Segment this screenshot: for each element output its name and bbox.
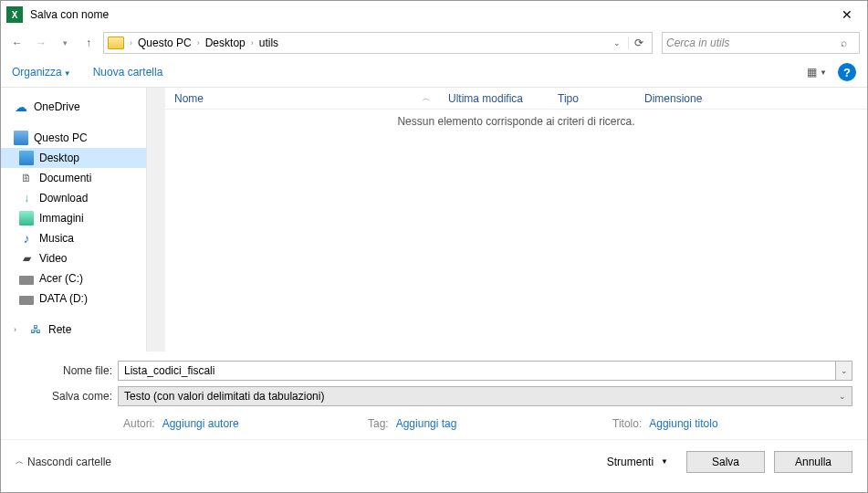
sidebar-item-label: Musica	[39, 232, 74, 245]
hide-folders-button[interactable]: ︿ Nascondi cartelle	[16, 456, 111, 468]
path-separator-icon: ›	[249, 38, 256, 47]
column-size[interactable]: Dimensione	[635, 92, 727, 105]
view-icon: ▦	[807, 66, 816, 79]
column-type[interactable]: Tipo	[549, 92, 635, 105]
download-icon	[19, 191, 34, 205]
sidebar-item-video[interactable]: Video	[1, 248, 146, 268]
search-box[interactable]: ⌕	[662, 32, 860, 54]
view-options-button[interactable]: ▦ ▼	[807, 66, 827, 79]
chevron-right-icon[interactable]: ›	[14, 325, 23, 334]
tag-label: Tag:	[368, 417, 389, 430]
tools-label: Strumenti	[607, 456, 654, 468]
sidebar-item-label: Acer (C:)	[39, 272, 83, 285]
tools-menu[interactable]: Strumenti ▼	[607, 456, 668, 468]
sidebar-item-drive-c[interactable]: Acer (C:)	[1, 268, 146, 288]
sidebar-item-label: DATA (D:)	[39, 292, 88, 305]
sidebar-item-network[interactable]: › Rete	[1, 320, 146, 340]
sidebar-item-documents[interactable]: Documenti	[1, 168, 146, 188]
column-label: Nome	[174, 92, 204, 105]
filename-input[interactable]	[118, 361, 836, 381]
path-separator-icon: ›	[195, 38, 202, 47]
column-name[interactable]: Nome ︿	[165, 92, 439, 105]
breadcrumb-segment[interactable]: utils	[256, 33, 282, 53]
filename-label: Nome file:	[16, 364, 118, 377]
path-separator-icon: ›	[128, 38, 134, 47]
sidebar-item-thispc[interactable]: Questo PC	[1, 128, 146, 148]
breadcrumb-segment[interactable]: Questo PC	[134, 33, 195, 53]
nav-recent-dropdown[interactable]: ▾	[56, 34, 74, 52]
sidebar-item-desktop[interactable]: Desktop	[1, 148, 146, 168]
sidebar-item-onedrive[interactable]: OneDrive	[1, 97, 146, 117]
folder-icon	[108, 37, 124, 49]
savetype-label: Salva come:	[16, 390, 118, 403]
breadcrumb-segment[interactable]: Desktop	[202, 33, 249, 53]
sidebar-item-label: Video	[39, 252, 67, 265]
metadata-row: Autori: Aggiungi autore Tag: Aggiungi ta…	[16, 412, 852, 439]
filename-history-dropdown[interactable]: ⌄	[836, 361, 852, 381]
tag-field[interactable]: Aggiungi tag	[396, 417, 457, 430]
chevron-down-icon: ▼	[820, 68, 827, 77]
sidebar-item-download[interactable]: Download	[1, 188, 146, 208]
desktop-icon	[19, 151, 34, 165]
title-field[interactable]: Aggiungi titolo	[649, 417, 717, 430]
new-folder-button[interactable]: Nuova cartella	[93, 66, 163, 79]
sidebar-item-label: Documenti	[39, 172, 91, 184]
onedrive-icon	[14, 100, 28, 114]
cancel-button[interactable]: Annulla	[774, 451, 852, 473]
dialog-footer: ︿ Nascondi cartelle Strumenti ▼ Salva An…	[1, 439, 867, 483]
organize-label: Organizza	[12, 66, 62, 79]
sidebar-item-drive-d[interactable]: DATA (D:)	[1, 288, 146, 309]
refresh-icon[interactable]: ⟳	[628, 37, 648, 49]
hide-folders-label: Nascondi cartelle	[27, 456, 111, 468]
column-headers[interactable]: Nome ︿ Ultima modifica Tipo Dimensione	[165, 88, 867, 110]
tree-scrollbar[interactable]	[147, 88, 165, 351]
navbar: ← → ▾ ↑ › Questo PC › Desktop › utils ⌄ …	[1, 28, 867, 58]
drive-icon	[19, 296, 34, 305]
sidebar-item-label: Rete	[48, 323, 71, 336]
window-title: Salva con nome	[30, 8, 109, 21]
sort-asc-icon: ︿	[423, 93, 430, 103]
sidebar-item-images[interactable]: Immagini	[1, 208, 146, 228]
path-history-dropdown[interactable]: ⌄	[610, 38, 626, 47]
titlebar: X Salva con nome ✕	[1, 1, 867, 28]
title-label: Titolo:	[612, 417, 642, 430]
sidebar-item-label: Download	[39, 192, 88, 205]
toolbar: Organizza▼ Nuova cartella ▦ ▼ ?	[1, 58, 867, 87]
savetype-select[interactable]: Testo (con valori delimitati da tabulazi…	[118, 386, 852, 406]
sidebar-item-label: OneDrive	[34, 100, 80, 113]
column-modified[interactable]: Ultima modifica	[439, 92, 549, 105]
search-icon[interactable]: ⌕	[841, 37, 855, 49]
save-button[interactable]: Salva	[686, 451, 765, 473]
sidebar-item-music[interactable]: Musica	[1, 228, 146, 248]
chevron-up-icon: ︿	[16, 456, 24, 467]
documents-icon	[19, 171, 34, 185]
sidebar-item-label: Desktop	[39, 152, 79, 164]
chevron-down-icon: ▼	[661, 457, 668, 466]
search-input[interactable]	[666, 37, 841, 49]
sidebar-item-label: Questo PC	[34, 131, 88, 144]
nav-back-button[interactable]: ←	[8, 34, 26, 52]
images-icon	[19, 211, 34, 226]
nav-forward-button: →	[32, 34, 50, 52]
authors-field[interactable]: Aggiungi autore	[162, 417, 239, 430]
excel-icon: X	[6, 6, 23, 23]
network-icon	[28, 322, 43, 337]
drive-icon	[19, 276, 34, 285]
savetype-value: Testo (con valori delimitati da tabulazi…	[124, 390, 324, 403]
video-icon	[19, 251, 34, 266]
authors-label: Autori:	[123, 417, 155, 430]
nav-up-button[interactable]: ↑	[79, 34, 98, 52]
save-form: Nome file: ⌄ Salva come: Testo (con valo…	[1, 351, 867, 439]
help-icon[interactable]: ?	[838, 63, 856, 81]
folder-tree[interactable]: OneDrive Questo PC Desktop Documenti Dow…	[1, 88, 147, 351]
music-icon	[19, 231, 34, 246]
empty-folder-message: Nessun elemento corrisponde ai criteri d…	[165, 110, 867, 133]
file-list[interactable]: Nome ︿ Ultima modifica Tipo Dimensione N…	[165, 88, 867, 351]
content-area: OneDrive Questo PC Desktop Documenti Dow…	[1, 87, 867, 351]
chevron-down-icon: ⌄	[839, 392, 846, 401]
thispc-icon	[14, 131, 28, 145]
close-icon[interactable]: ✕	[829, 2, 865, 27]
file-area: Nome ︿ Ultima modifica Tipo Dimensione N…	[147, 88, 867, 351]
breadcrumb-bar[interactable]: › Questo PC › Desktop › utils ⌄ ⟳	[103, 32, 653, 54]
organize-menu[interactable]: Organizza▼	[12, 66, 71, 79]
